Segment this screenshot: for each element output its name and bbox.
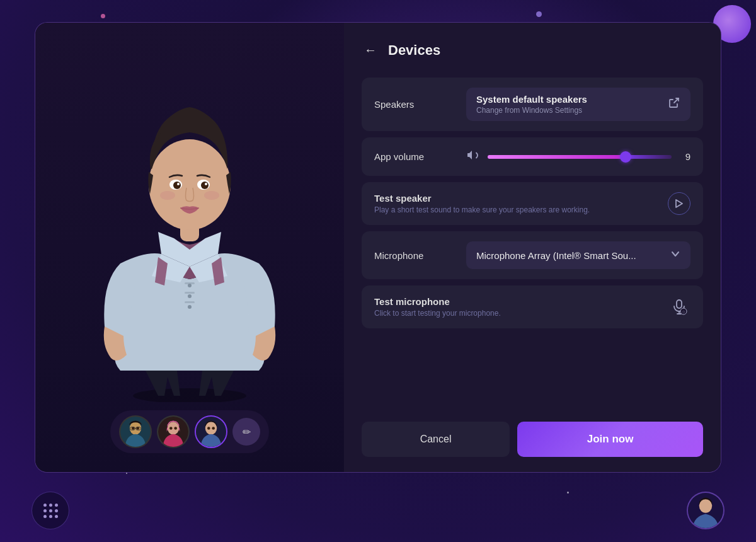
user-avatar-bottom[interactable] bbox=[687, 492, 724, 529]
svg-rect-2 bbox=[185, 292, 195, 294]
speaker-device-info: System default speakers Change from Wind… bbox=[476, 94, 587, 115]
speakers-label: Speakers bbox=[374, 99, 456, 110]
page-title: Devices bbox=[388, 42, 440, 59]
svg-rect-32 bbox=[677, 300, 682, 308]
svg-point-10 bbox=[177, 183, 180, 185]
test-mic-info: Test microphone Click to start testing y… bbox=[374, 296, 501, 318]
app-volume-value: 9 bbox=[466, 147, 690, 166]
avatar-thumb-2[interactable] bbox=[157, 415, 190, 448]
app-volume-label: App volume bbox=[374, 151, 456, 162]
back-arrow-icon: ← bbox=[364, 43, 377, 57]
avatar-thumb-1[interactable] bbox=[119, 415, 152, 448]
microphone-label: Microphone bbox=[374, 250, 456, 261]
apps-grid-icon bbox=[43, 504, 58, 518]
svg-point-12 bbox=[160, 191, 175, 200]
avatar-thumb-3[interactable] bbox=[195, 415, 227, 448]
avatar-selector-bar: ✏ bbox=[110, 410, 269, 453]
svg-point-8 bbox=[173, 182, 181, 189]
volume-slider[interactable] bbox=[488, 155, 672, 159]
svg-point-31 bbox=[212, 427, 215, 430]
speaker-device-sub: Change from Windows Settings bbox=[476, 106, 582, 115]
external-link-icon bbox=[668, 96, 680, 112]
test-mic-sub: Click to start testing your microphone. bbox=[374, 309, 501, 318]
svg-point-29 bbox=[205, 422, 217, 434]
svg-text:○: ○ bbox=[682, 309, 685, 314]
cancel-button[interactable]: Cancel bbox=[362, 422, 510, 457]
bottom-bar bbox=[0, 479, 756, 542]
svg-rect-3 bbox=[185, 301, 195, 303]
settings-panel: ← Devices Speakers System default speake… bbox=[344, 23, 721, 472]
svg-point-14 bbox=[188, 284, 192, 287]
svg-point-25 bbox=[168, 422, 179, 434]
join-now-button[interactable]: Join now bbox=[517, 422, 703, 457]
test-mic-title: Test microphone bbox=[374, 296, 501, 307]
svg-point-16 bbox=[188, 305, 192, 309]
volume-value: 9 bbox=[678, 151, 690, 162]
svg-point-15 bbox=[188, 294, 192, 298]
avatar-panel: ✏ bbox=[35, 23, 344, 472]
svg-point-30 bbox=[207, 427, 210, 430]
microphone-dropdown-button[interactable]: Microphone Array (Intel® Smart Sou... bbox=[466, 241, 690, 269]
test-speaker-title: Test speaker bbox=[374, 193, 590, 204]
devices-header: ← Devices bbox=[362, 40, 703, 60]
test-speaker-sub: Play a short test sound to make sure you… bbox=[374, 205, 590, 214]
test-speaker-row: Test speaker Play a short test sound to … bbox=[362, 182, 703, 225]
speakers-value: System default speakers Change from Wind… bbox=[466, 88, 690, 121]
edit-avatar-button[interactable]: ✏ bbox=[232, 418, 260, 446]
speakers-row: Speakers System default speakers Change … bbox=[362, 78, 703, 131]
apps-button[interactable] bbox=[32, 492, 69, 529]
main-card: ✏ ← Devices Speakers System default spea… bbox=[35, 22, 721, 473]
chevron-down-icon bbox=[670, 249, 680, 262]
test-microphone-row: Test microphone Click to start testing y… bbox=[362, 285, 703, 328]
speaker-device-name: System default speakers bbox=[476, 94, 587, 105]
test-speaker-info: Test speaker Play a short test sound to … bbox=[374, 193, 590, 214]
microphone-value: Microphone Array (Intel® Smart Sou... bbox=[466, 241, 690, 269]
svg-point-26 bbox=[169, 427, 173, 430]
pencil-icon: ✏ bbox=[243, 426, 251, 438]
svg-point-0 bbox=[133, 388, 246, 402]
settings-content: ← Devices Speakers System default speake… bbox=[344, 23, 721, 412]
microphone-row: Microphone Microphone Array (Intel® Smar… bbox=[362, 231, 703, 279]
volume-icon bbox=[466, 147, 481, 166]
svg-point-9 bbox=[201, 182, 209, 189]
svg-point-13 bbox=[204, 191, 219, 200]
avatar-display bbox=[83, 87, 297, 402]
back-button[interactable]: ← bbox=[362, 40, 379, 60]
play-test-button[interactable] bbox=[668, 192, 690, 215]
settings-footer: Cancel Join now bbox=[344, 412, 721, 472]
svg-point-5 bbox=[149, 139, 231, 230]
mic-device-name: Microphone Array (Intel® Smart Sou... bbox=[476, 250, 636, 261]
app-volume-row: App volume 9 bbox=[362, 137, 703, 176]
svg-point-27 bbox=[174, 427, 177, 430]
svg-point-11 bbox=[205, 183, 207, 185]
volume-thumb bbox=[620, 151, 631, 163]
speakers-device-button[interactable]: System default speakers Change from Wind… bbox=[466, 88, 690, 121]
test-microphone-button[interactable]: ○ bbox=[668, 296, 690, 318]
